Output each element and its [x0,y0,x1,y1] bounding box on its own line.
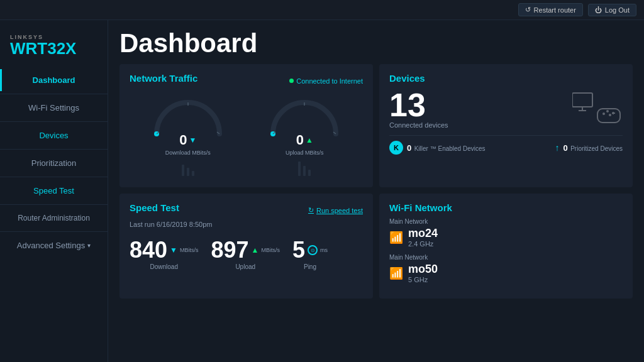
download-label: Download MBits/s [165,150,211,156]
wifi-network-1-row: 📶 mo24 2.4 GHz [389,227,623,248]
svg-rect-9 [298,162,301,176]
download-arrow-icon: ▼ [189,136,196,145]
wifi-icon-2: 📶 [389,266,403,280]
speed-ping-value: 5 [292,237,305,263]
killer-area: K 0 Killer ™ Enabled Devices [389,141,486,155]
upload-label: Upload MBits/s [286,150,324,156]
killer-info: 0 Killer ™ Enabled Devices [407,142,486,153]
speed-upload-arrow-icon: ▲ [252,246,259,255]
sidebar-item-advanced[interactable]: Advanced Settings ▾ [0,234,108,256]
svg-rect-11 [308,170,311,176]
wifi-network-title: Wi-Fi Network [389,202,623,213]
devices-title: Devices [389,73,623,84]
top-bar: ↺ Restart router ⏻ Log Out [0,0,644,20]
speed-ping-unit: ms [320,247,328,254]
svg-point-16 [602,112,605,115]
devices-illustration [572,90,623,128]
wifi-icon-1: 📶 [389,231,403,244]
speed-download-row: 840 ▼ MBits/s [130,237,198,263]
nav-divider-3 [0,149,108,150]
nav-divider-2 [0,121,108,122]
logo-area: LINKSYS WRT32X [0,28,108,69]
svg-rect-5 [192,171,194,176]
logout-icon: ⏻ [595,6,602,14]
svg-rect-12 [572,93,592,107]
nav-divider-4 [0,177,108,177]
prioritized-label: Prioritized Devices [570,145,623,152]
speed-test-card: Speed Test ↻ Run speed test Last run 6/1… [119,194,373,299]
speed-test-header: Speed Test ↻ Run speed test [130,202,363,218]
speed-upload-value: 897 [211,237,248,263]
upload-value-row: 0 ▲ [296,132,313,148]
sidebar-item-router-admin[interactable]: Router Administration [0,207,108,229]
run-speed-test-link[interactable]: ↻ Run speed test [308,206,363,214]
sidebar-item-devices[interactable]: Devices [0,124,108,146]
wifi-network-2-row: 📶 mo50 5 GHz [389,263,623,283]
devices-count-area: 13 Connected devices [389,89,448,129]
dashboard-grid: Network Traffic Connected to Internet [119,64,633,299]
speed-download-label: Download [130,263,198,270]
devices-top: 13 Connected devices [389,89,623,129]
content-area: Dashboard Network Traffic Connected to I… [108,20,644,362]
wifi-band-2: 5 GHz [408,276,438,283]
speed-ping-group: 5 ⊙ ms Ping [292,237,328,270]
svg-point-18 [609,114,611,116]
wifi-network-1-info: mo24 2.4 GHz [408,227,438,248]
status-dot-icon [289,79,294,83]
svg-point-17 [606,110,609,112]
prioritized-info: 0 Prioritized Devices [564,142,623,153]
prioritized-count: 0 [564,143,568,153]
upload-arrow-icon: ▲ [306,136,313,145]
upload-value: 0 [296,132,304,148]
speed-ping-row: 5 ⊙ ms [292,237,328,263]
connection-status: Connected to Internet [289,77,363,85]
speed-download-group: 840 ▼ MBits/s Download [130,237,198,270]
restart-icon: ↺ [525,6,531,14]
refresh-icon: ↻ [308,206,314,214]
nav-divider-6 [0,231,108,232]
wifi-network-item-2: Main Network 📶 mo50 5 GHz [389,254,623,283]
logout-button[interactable]: ⏻ Log Out [588,4,636,16]
devices-count-label: Connected devices [389,121,448,129]
killer-icon: K [389,141,403,155]
download-gauge-svg [150,96,226,137]
restart-router-button[interactable]: ↺ Restart router [518,3,583,16]
wifi-network-card: Wi-Fi Network Main Network 📶 mo24 2.4 GH… [379,194,633,299]
speed-upload-label: Upload [211,263,279,270]
speed-ping-label: Ping [292,263,328,270]
network-traffic-title: Network Traffic [130,73,197,84]
sidebar-item-prioritization[interactable]: Prioritization [0,152,108,174]
nt-header: Network Traffic Connected to Internet [130,73,363,89]
prioritized-area: ↑ 0 Prioritized Devices [555,141,623,155]
wifi-ssid-2: mo50 [408,263,438,276]
svg-rect-15 [597,109,620,123]
svg-rect-3 [182,165,184,176]
wifi-network-1-type: Main Network [389,218,623,225]
speed-download-unit: MBits/s [180,247,199,254]
sidebar-item-speedtest[interactable]: Speed Test [0,180,108,202]
nav-divider-1 [0,94,108,94]
wifi-network-2-info: mo50 5 GHz [408,263,438,283]
download-gauge: 0 ▼ Download MBits/s [147,96,229,176]
devices-card: Devices 13 Connected devices [379,64,633,187]
speed-test-title: Speed Test [130,202,179,213]
last-run-text: Last run 6/16/2019 8:50pm [130,221,363,228]
killer-count: 0 [407,143,411,153]
sidebar-item-wifi[interactable]: Wi-Fi Settings [0,97,108,119]
svg-rect-4 [187,168,189,176]
upload-mini-chart [267,158,342,176]
speed-upload-unit: MBits/s [261,247,280,254]
sidebar-item-dashboard[interactable]: Dashboard [0,69,108,91]
upload-gauge-svg [267,96,342,137]
speed-upload-row: 897 ▲ MBits/s [211,237,279,263]
ping-icon: ⊙ [308,245,318,255]
killer-label: Killer ™ Enabled Devices [414,145,486,152]
download-mini-chart [150,158,226,176]
download-value-row: 0 ▼ [179,132,196,148]
devices-count: 13 [389,89,448,121]
sidebar: LINKSYS WRT32X Dashboard Wi-Fi Settings … [0,20,108,362]
gauges-row: 0 ▼ Download MBits/s [130,94,363,178]
devices-bottom: K 0 Killer ™ Enabled Devices ↑ 0 Priorit… [389,135,623,155]
nav-divider-5 [0,204,108,205]
page-title: Dashboard [119,30,633,57]
